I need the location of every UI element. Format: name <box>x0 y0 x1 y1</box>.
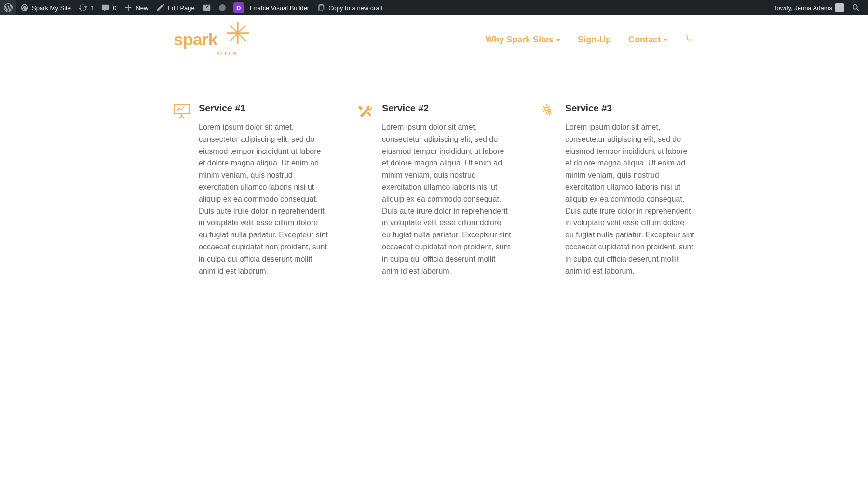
edit-page-label: Edit Page <box>167 4 194 12</box>
service-2-title: Service #2 <box>382 103 511 114</box>
nav-contact[interactable]: Contact <box>628 35 667 45</box>
gears-icon <box>540 103 556 119</box>
nav-item-label: Contact <box>628 35 661 45</box>
adminbar-left: Spark My Site 1 0 New Edit Page <box>0 0 387 15</box>
presentation-icon <box>174 103 190 119</box>
chevron-down-icon <box>664 39 667 41</box>
account-menu[interactable]: Howdy, Jenna Adams <box>768 0 848 15</box>
plus-icon <box>124 3 133 12</box>
new-menu[interactable]: New <box>120 0 152 15</box>
comments-icon <box>101 3 110 12</box>
cart-icon <box>685 34 694 46</box>
status-menu[interactable] <box>215 0 230 15</box>
nav-why-spark-sites[interactable]: Why Spark Sites <box>486 35 560 45</box>
svg-text:SITES: SITES <box>217 51 238 56</box>
services-section: Service #1 Lorem ipsum dolor sit amet, c… <box>169 64 699 306</box>
service-3-body: Lorem ipsum dolor sit amet, consectetur … <box>565 122 694 277</box>
yoast-icon <box>203 3 211 12</box>
new-label: New <box>136 4 148 12</box>
site-header: spark SITES Why Spark Sites Sign-Up <box>0 15 868 64</box>
dashboard-icon <box>20 3 29 12</box>
service-2: Service #2 Lorem ipsum dolor sit amet, c… <box>357 103 511 277</box>
search-icon <box>852 3 860 12</box>
comments-menu[interactable]: 0 <box>97 0 120 15</box>
copy-draft-menu[interactable]: Copy to a new draft <box>313 0 387 15</box>
service-3: Service #3 Lorem ipsum dolor sit amet, c… <box>540 103 694 277</box>
svg-text:spark: spark <box>174 30 218 49</box>
service-2-body: Lorem ipsum dolor sit amet, consectetur … <box>382 122 511 277</box>
updates-count: 1 <box>90 4 94 12</box>
wp-logo-menu[interactable] <box>0 0 16 15</box>
tools-icon <box>357 103 373 119</box>
avatar-icon <box>835 3 844 12</box>
comments-count: 0 <box>113 4 116 12</box>
copy-draft-label: Copy to a new draft <box>328 4 383 12</box>
adminbar-right: Howdy, Jenna Adams <box>768 0 864 15</box>
service-3-title: Service #3 <box>565 103 694 114</box>
yoast-menu[interactable] <box>199 0 215 15</box>
wordpress-icon <box>4 3 13 12</box>
site-logo[interactable]: spark SITES <box>174 20 268 59</box>
service-1: Service #1 Lorem ipsum dolor sit amet, c… <box>174 103 328 277</box>
site-name-menu[interactable]: Spark My Site <box>16 0 75 15</box>
visual-builder-label: Enable Visual Builder <box>250 4 309 12</box>
main-nav: Why Spark Sites Sign-Up Contact <box>486 34 694 46</box>
visual-builder-menu[interactable]: D Enable Visual Builder <box>230 0 313 15</box>
updates-menu[interactable]: 1 <box>75 0 97 15</box>
chevron-down-icon <box>556 39 560 41</box>
pencil-icon <box>156 3 164 12</box>
site-name-label: Spark My Site <box>32 4 71 12</box>
wp-admin-bar: Spark My Site 1 0 New Edit Page <box>0 0 868 15</box>
service-2-text: Service #2 Lorem ipsum dolor sit amet, c… <box>382 103 511 277</box>
updates-icon <box>79 3 87 12</box>
edit-page-menu[interactable]: Edit Page <box>152 0 198 15</box>
service-1-title: Service #1 <box>199 103 328 114</box>
site-header-inner: spark SITES Why Spark Sites Sign-Up <box>169 15 699 64</box>
cart-button[interactable] <box>685 34 694 46</box>
nav-item-label: Why Spark Sites <box>486 35 554 45</box>
howdy-label: Howdy, Jenna Adams <box>772 4 832 12</box>
nav-item-label: Sign-Up <box>578 35 611 45</box>
status-dot-icon <box>219 4 226 11</box>
search-menu[interactable] <box>848 0 864 15</box>
service-1-text: Service #1 Lorem ipsum dolor sit amet, c… <box>199 103 328 277</box>
logo-svg: spark SITES <box>174 20 268 59</box>
service-3-text: Service #3 Lorem ipsum dolor sit amet, c… <box>565 103 694 277</box>
svg-rect-7 <box>367 112 371 116</box>
nav-sign-up[interactable]: Sign-Up <box>578 35 611 45</box>
service-1-body: Lorem ipsum dolor sit amet, consectetur … <box>199 122 328 277</box>
copy-icon <box>317 3 326 12</box>
divi-icon: D <box>233 2 244 13</box>
